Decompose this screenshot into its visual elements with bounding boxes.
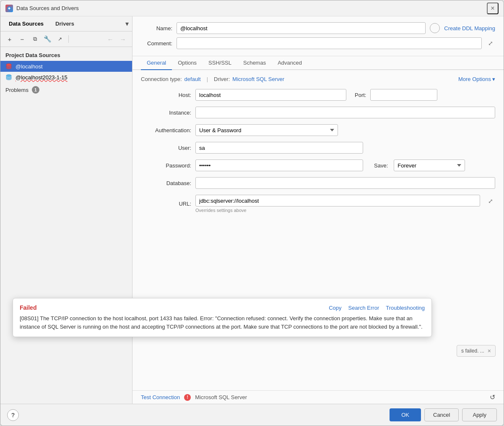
password-input[interactable] bbox=[195, 159, 363, 171]
auth-label: Authentication: bbox=[141, 127, 191, 133]
problems-section: Problems 1 bbox=[0, 83, 132, 97]
database-row: Database: bbox=[141, 177, 495, 189]
instance-input[interactable] bbox=[195, 107, 495, 118]
comment-input[interactable] bbox=[177, 37, 482, 49]
user-input[interactable] bbox=[195, 142, 363, 154]
tab-data-sources[interactable]: Data Sources bbox=[4, 19, 49, 29]
database-input[interactable] bbox=[195, 177, 495, 189]
config-content: Connection type: default | Driver: Micro… bbox=[132, 70, 504, 390]
port-input[interactable] bbox=[370, 89, 437, 101]
settings-button[interactable]: 🔧 bbox=[42, 33, 53, 45]
url-input[interactable] bbox=[195, 195, 480, 206]
tab-schemas[interactable]: Schemas bbox=[237, 56, 272, 70]
remove-button[interactable]: − bbox=[16, 33, 28, 45]
status-bar: Test Connection ! Microsoft SQL Server ↺ bbox=[132, 390, 504, 404]
overrides-text: Overrides settings above bbox=[195, 208, 480, 213]
driver-label: Driver: bbox=[214, 76, 230, 82]
instance-row: Instance: bbox=[141, 107, 495, 118]
chevron-down-icon: ▾ bbox=[492, 76, 495, 82]
left-panel-content: Project Data Sources @localhost bbox=[0, 47, 132, 404]
copy-icon: ⧉ bbox=[33, 36, 37, 42]
form-header: Name: Create DDL Mapping Comment: ⤢ bbox=[132, 16, 504, 56]
save-label: Save: bbox=[374, 162, 388, 169]
export-button[interactable]: ↗ bbox=[54, 33, 66, 45]
url-row: URL: Overrides settings above ⤢ bbox=[141, 195, 495, 213]
right-panel: Name: Create DDL Mapping Comment: ⤢ Gene… bbox=[132, 16, 504, 404]
left-panel-toolbar: + − ⧉ 🔧 ↗ ← bbox=[0, 31, 132, 47]
window-title: Data Sources and Drivers bbox=[16, 5, 487, 11]
copy-ds-button[interactable]: ⧉ bbox=[29, 33, 41, 45]
driver-value[interactable]: Microsoft SQL Server bbox=[232, 76, 284, 82]
database-label: Database: bbox=[141, 180, 191, 186]
cancel-button[interactable]: Cancel bbox=[424, 408, 459, 421]
name-label: Name: bbox=[141, 25, 172, 31]
notification-strip: s failed. ... × bbox=[457, 345, 496, 357]
left-panel: Data Sources Drivers ▾ + − ⧉ 🔧 bbox=[0, 16, 132, 404]
instance-label: Instance: bbox=[141, 110, 191, 116]
tab-general[interactable]: General bbox=[141, 56, 172, 70]
wrench-icon: 🔧 bbox=[44, 35, 52, 43]
error-failed-label: Failed bbox=[20, 304, 36, 311]
left-panel-tabs: Data Sources Drivers ▾ bbox=[0, 16, 132, 31]
user-row: User: bbox=[141, 142, 495, 154]
notification-close-icon[interactable]: × bbox=[488, 348, 491, 354]
bottom-bar: ? OK Cancel Apply bbox=[0, 404, 504, 426]
help-button[interactable]: ? bbox=[7, 409, 19, 421]
forward-icon: → bbox=[120, 36, 126, 43]
port-label: Port: bbox=[355, 92, 366, 98]
more-options-button[interactable]: More Options ▾ bbox=[458, 76, 495, 82]
error-popup: Failed Copy Search Error Troubleshooting… bbox=[13, 298, 432, 337]
tab-dropdown-icon[interactable]: ▾ bbox=[125, 20, 129, 28]
apply-button[interactable]: Apply bbox=[462, 408, 497, 421]
auth-select[interactable]: User & Password Windows Credentials No a… bbox=[195, 124, 338, 136]
conn-type-value[interactable]: default bbox=[184, 76, 201, 82]
url-label: URL: bbox=[141, 201, 191, 207]
ok-button[interactable]: OK bbox=[390, 408, 421, 421]
config-tabs: General Options SSH/SSL Schemas Advanced bbox=[132, 56, 504, 70]
sidebar-item-localhost-2023[interactable]: @localhost2023-1-15 bbox=[0, 72, 132, 83]
tab-advanced[interactable]: Advanced bbox=[272, 56, 308, 70]
refresh-area: ↺ bbox=[490, 393, 495, 401]
db-warn-icon bbox=[5, 74, 12, 81]
sidebar-item-localhost[interactable]: @localhost bbox=[0, 61, 132, 72]
toolbar-separator bbox=[68, 35, 69, 43]
db-icon bbox=[5, 63, 12, 70]
name-input[interactable] bbox=[177, 22, 426, 34]
host-label: Host: bbox=[141, 92, 191, 98]
test-connection-link[interactable]: Test Connection bbox=[141, 394, 180, 400]
back-button[interactable]: ← bbox=[104, 33, 116, 45]
tab-options[interactable]: Options bbox=[172, 56, 203, 70]
bottom-buttons: OK Cancel Apply bbox=[390, 408, 497, 421]
error-actions: Copy Search Error Troubleshooting bbox=[329, 305, 425, 311]
host-port-row: Host: Port: bbox=[141, 89, 495, 101]
tab-drivers[interactable]: Drivers bbox=[50, 19, 79, 29]
add-button[interactable]: + bbox=[4, 33, 16, 45]
sidebar-item-localhost-2023-label: @localhost2023-1-15 bbox=[16, 74, 68, 81]
minus-icon: − bbox=[21, 36, 24, 43]
copy-error-link[interactable]: Copy bbox=[329, 305, 341, 311]
driver-status-text: Microsoft SQL Server bbox=[195, 394, 247, 400]
refresh-icon[interactable]: ↺ bbox=[490, 394, 495, 401]
tab-ssh-ssl[interactable]: SSH/SSL bbox=[203, 56, 237, 70]
search-error-link[interactable]: Search Error bbox=[348, 305, 379, 311]
expand-url-icon[interactable]: ⤢ bbox=[486, 196, 495, 206]
forward-button[interactable]: → bbox=[117, 33, 129, 45]
expand-comment-icon[interactable]: ⤢ bbox=[486, 39, 495, 48]
back-icon: ← bbox=[107, 36, 114, 43]
troubleshooting-link[interactable]: Troubleshooting bbox=[386, 305, 425, 311]
title-bar: Data Sources and Drivers × bbox=[0, 0, 504, 16]
save-select[interactable]: Forever Until restart Never bbox=[394, 159, 465, 171]
auth-row: Authentication: User & Password Windows … bbox=[141, 124, 495, 136]
toolbar-nav: ← → bbox=[104, 33, 129, 45]
password-row: Password: Save: Forever Until restart Ne… bbox=[141, 159, 495, 171]
name-row: Name: Create DDL Mapping bbox=[141, 22, 495, 34]
user-label: User: bbox=[141, 145, 191, 151]
comment-label: Comment: bbox=[141, 40, 172, 47]
host-input[interactable] bbox=[195, 89, 346, 101]
password-label: Password: bbox=[141, 162, 191, 169]
error-message-text: [08S01] The TCP/IP connection to the hos… bbox=[20, 314, 425, 331]
app-icon bbox=[5, 5, 13, 12]
connection-status-icon: ! bbox=[184, 394, 191, 401]
create-ddl-link[interactable]: Create DDL Mapping bbox=[444, 25, 495, 31]
close-button[interactable]: × bbox=[487, 3, 499, 14]
